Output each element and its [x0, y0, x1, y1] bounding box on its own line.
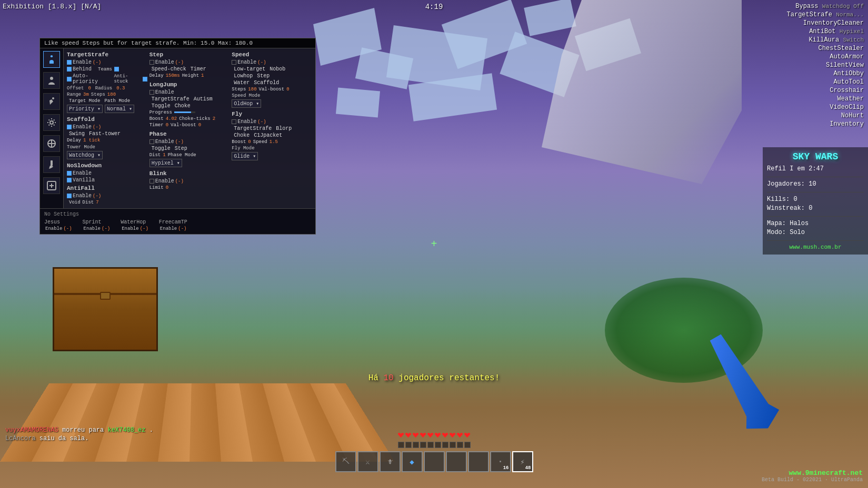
ns-enable[interactable]: Enable: [67, 170, 147, 176]
scaffold-mode-dropdown[interactable]: Watchdog ▾: [67, 151, 103, 159]
pickaxe-icon: ⛏: [342, 458, 350, 466]
section-title-noslowdown: NoSlowdown: [67, 162, 147, 169]
heart-5: [427, 432, 434, 439]
sc-delay: Delay 1 tick: [67, 138, 147, 143]
step-options: Speed-check Timer: [149, 66, 230, 72]
sidebar-icon-target[interactable]: [43, 135, 60, 152]
sp-options3: Water Scaffold: [232, 80, 312, 86]
panel-bottom: No Settings Jesus Enable (-) Sprint Enab…: [40, 208, 315, 234]
quick-jesus: Jesus Enable (-): [44, 219, 72, 231]
section-title-targetstrafe: TargetStrafe: [67, 52, 147, 58]
af-enable-checkbox[interactable]: [67, 194, 72, 198]
fl-enable-checkbox[interactable]: [232, 119, 236, 124]
sidebar-icon-person2[interactable]: [43, 72, 60, 89]
ph-enable-checkbox[interactable]: [149, 139, 154, 144]
sidebar-icon-gear[interactable]: [43, 114, 60, 131]
quick-freecamtp: FreecamTP Enable (-): [159, 219, 187, 231]
ts-range-steps: Range 3m Steps 180: [67, 92, 147, 97]
section-title-scaffold: Scaffold: [67, 116, 147, 123]
crosshair: +: [429, 239, 440, 249]
ts-antistuck-checkbox[interactable]: [143, 77, 147, 82]
step-enable[interactable]: Enable (-): [149, 59, 230, 65]
ts-behind[interactable]: Behind Teams: [67, 66, 147, 72]
ns-enable-checkbox[interactable]: [67, 171, 72, 176]
panel-sidebar: [40, 48, 64, 208]
ts-teams-checkbox[interactable]: [114, 67, 119, 72]
secondary-slot: [464, 442, 471, 448]
bl-enable[interactable]: Enable (-): [149, 178, 230, 184]
module-inventory: Inventory: [787, 120, 864, 128]
refil-text: Refil I em 2:47: [767, 165, 824, 172]
section-title-antifall: AntiFall: [67, 185, 147, 191]
sc-enable-checkbox[interactable]: [67, 125, 72, 129]
sc-enable[interactable]: Enable (-): [67, 124, 147, 130]
module-silent-view: SilentView: [787, 62, 864, 69]
game-website: www.9minecraft.net: [762, 469, 863, 477]
sp-steps-valboost: Steps 180 Val-boost 0: [232, 87, 312, 92]
chat-line-1: vuyxAMAMORENAS morreu para keX7408_ez .: [5, 426, 153, 434]
game-title-text: Exhibition [1.8.x] [N/A]: [3, 3, 101, 11]
section-title-phase: Phase: [149, 131, 230, 137]
heart-3: [413, 432, 419, 439]
section-title-speed: Speed: [232, 52, 312, 58]
secondary-slot: [398, 442, 404, 448]
sidebar-icon-person[interactable]: [43, 51, 60, 68]
build-info: Beta Build - 022021 · UltraPanda: [762, 477, 863, 483]
sc-tower-mode: Tower Mode: [67, 144, 147, 150]
panel-content: TargetStrafe Enable (-) Behind Teams: [64, 48, 315, 208]
hotbar-slot-8: ▪ 16: [490, 451, 511, 472]
ts-auto-priority[interactable]: Auto-priority Anti-stuck: [67, 73, 147, 85]
bl-enable-checkbox[interactable]: [149, 179, 154, 184]
sidebar-icon-run[interactable]: [43, 93, 60, 110]
players-text: Jogadores: 10: [767, 180, 816, 188]
cheat-panel[interactable]: Like speed Steps but for target strafe. …: [39, 38, 316, 235]
ph-enable[interactable]: Enable (-): [149, 139, 230, 145]
mush-website: www.mush.com.br: [767, 244, 864, 250]
hotbar-slots: ⛏ ⚔ 🗡 ◆ ▪ 16 ⚡ 48: [335, 451, 533, 472]
sp-enable-checkbox[interactable]: [232, 60, 236, 65]
ph-dist: Dist 1 Phase Mode: [149, 152, 230, 158]
game-title: Exhibition [1.8.x] [N/A]: [3, 3, 101, 11]
lj-enable-checkbox[interactable]: [149, 90, 154, 95]
module-crosshair: Crosshair: [787, 87, 864, 94]
heart-6: [435, 432, 441, 439]
item-icon-4: ◆: [410, 458, 414, 466]
heart-10: [464, 432, 471, 439]
secondary-slot: [450, 442, 456, 448]
pathmode-dropdown[interactable]: Normal ▾: [105, 105, 134, 113]
af-enable[interactable]: Enable (-): [67, 193, 147, 199]
bottom-right-info: www.9minecraft.net Beta Build - 022021 ·…: [762, 469, 863, 483]
ts-enable[interactable]: Enable (-): [67, 59, 147, 65]
ts-behind-checkbox[interactable]: [67, 67, 72, 72]
chest-object: [53, 267, 158, 351]
fl-enable[interactable]: Enable (-): [232, 119, 312, 125]
section-title-fly: Fly: [232, 111, 312, 117]
ns-vanilla[interactable]: Vanilla: [67, 177, 147, 183]
sp-enable[interactable]: Enable (-): [232, 59, 312, 65]
phase-mode-dropdown[interactable]: Hypixel ▾: [149, 159, 182, 167]
ts-autopriority-checkbox[interactable]: [67, 77, 72, 82]
priority-dropdown[interactable]: Priority ▾: [67, 105, 103, 113]
lj-options2: Toggle Choke: [149, 103, 230, 109]
winstreak-line: Winstreak: 0: [767, 205, 864, 212]
modo-line: Modo: Solo: [767, 229, 864, 236]
chat-line-2: LcAncora saiu da sala.: [5, 435, 153, 442]
step-enable-checkbox[interactable]: [149, 60, 154, 65]
heart-8: [450, 432, 456, 439]
module-kill-aura: KillAura Switch: [787, 36, 864, 44]
ns-vanilla-checkbox[interactable]: [67, 178, 72, 182]
heart-4: [420, 432, 426, 439]
kills-line: Kills: 0: [767, 196, 864, 203]
sidebar-icon-plus[interactable]: [43, 177, 60, 194]
sidebar-icon-brush[interactable]: [43, 156, 60, 173]
ts-enable-checkbox[interactable]: [67, 60, 72, 65]
speed-mode-dropdown[interactable]: OldHop ▾: [232, 99, 261, 108]
ph-options: Toggle Step: [149, 146, 230, 151]
hotbar-slot-1: ⛏: [335, 451, 356, 472]
section-title-blink: Blink: [149, 170, 230, 177]
fl-mode-label: Fly Mode: [232, 146, 312, 151]
panel-tooltip: Like speed Steps but for target strafe. …: [40, 38, 315, 48]
lj-enable[interactable]: Enable: [149, 89, 230, 95]
fly-mode-dropdown[interactable]: Glide ▾: [232, 152, 258, 160]
lj-options1: TargetStrafe Autism: [149, 96, 230, 102]
